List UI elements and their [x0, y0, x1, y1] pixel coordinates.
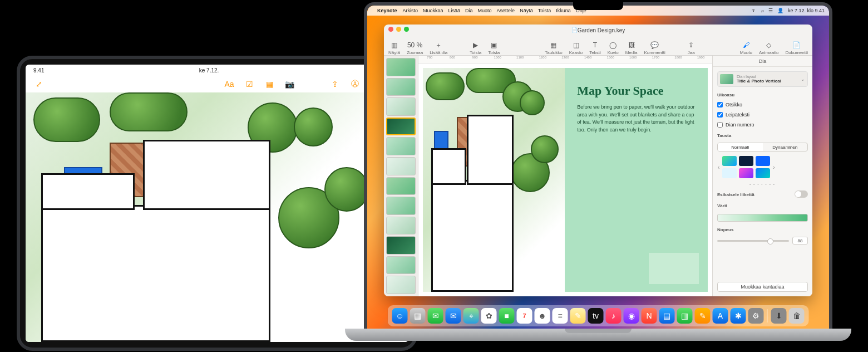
slide-heading[interactable]: Map Your Space	[577, 84, 696, 98]
document-inspector-button[interactable]: 📄Dokumentti	[786, 41, 808, 55]
dock-contacts[interactable]: ☻	[535, 308, 550, 324]
edit-master-button[interactable]: Muokkaa kantadiaa	[717, 282, 808, 292]
media-button[interactable]: 🖼Media	[625, 41, 638, 55]
menu-muokkaa[interactable]: Muokkaa	[423, 8, 443, 13]
menu-dia[interactable]: Dia	[465, 8, 473, 13]
slide-body[interactable]: Before we bring pen to paper, we'll walk…	[577, 104, 696, 134]
play-button[interactable]: ▶Toista	[470, 41, 481, 55]
slide-image-area[interactable]	[423, 68, 565, 292]
slide-thumb[interactable]	[386, 256, 416, 275]
dock-tv[interactable]: tv	[588, 308, 604, 324]
menu-lisää[interactable]: Lisää	[448, 8, 461, 13]
swatch-prev[interactable]: ‹	[717, 164, 720, 170]
dock-podcasts[interactable]: ◉	[624, 308, 639, 324]
preview-motion-toggle[interactable]	[795, 190, 808, 198]
slide-canvas[interactable]: Map Your Space Before we bring pen to pa…	[418, 63, 712, 296]
background-mode-segment[interactable]: Normaali Dynaaminen	[717, 143, 808, 151]
background-swatch[interactable]	[756, 168, 770, 178]
slide-layout-picker[interactable]: Dian layout Title & Photo Vertical ⌄	[717, 71, 808, 87]
text-button[interactable]: TTeksti	[589, 41, 600, 55]
slide-text-area[interactable]: Map Your Space Before we bring pen to pa…	[565, 68, 708, 292]
dock-numbers[interactable]: ▥	[677, 308, 693, 324]
table-button[interactable]: ▦Taulukko	[545, 41, 563, 55]
slide-thumb[interactable]	[386, 197, 416, 215]
control-center-icon[interactable]: ☰	[768, 8, 773, 13]
zoom-button[interactable]: 50 %Zoomaa	[407, 41, 423, 55]
background-swatch[interactable]	[739, 168, 753, 178]
speed-slider[interactable]	[717, 240, 789, 242]
slide-thumb[interactable]	[386, 97, 416, 116]
dock-calendar[interactable]: 7	[517, 308, 532, 324]
chart-button[interactable]: ◫Kaavio	[569, 41, 583, 55]
background-swatch[interactable]	[756, 156, 770, 166]
dock-pages[interactable]: ✎	[695, 308, 711, 324]
swatch-next[interactable]: ›	[772, 164, 775, 170]
spotlight-icon[interactable]: ⌕	[761, 8, 764, 13]
menu-asettele[interactable]: Asettele	[497, 8, 515, 13]
dock-photos[interactable]: ✿	[481, 308, 497, 324]
menu-arkisto[interactable]: Arkisto	[403, 8, 418, 13]
dock-keynote[interactable]: ▤	[659, 308, 675, 324]
slide-thumb[interactable]	[386, 157, 416, 175]
slide-number-checkbox[interactable]: Dian numero	[717, 122, 808, 128]
title-checkbox[interactable]: Otsikko	[717, 102, 808, 107]
view-button[interactable]: ▥Näytä	[388, 41, 400, 55]
text-style-button[interactable]: Aa	[224, 79, 235, 90]
checklist-button[interactable]: ☑	[244, 79, 255, 90]
dock-news[interactable]: N	[642, 308, 657, 324]
slide-thumb[interactable]	[386, 236, 416, 255]
dock-notes[interactable]: ✎	[570, 308, 586, 324]
speed-value[interactable]: 88	[792, 237, 808, 245]
background-swatch[interactable]	[722, 156, 737, 166]
menu-näytä[interactable]: Näytä	[520, 8, 533, 13]
background-swatch[interactable]	[739, 156, 753, 166]
dock-maps[interactable]: ⌖	[463, 308, 479, 324]
slide-thumb[interactable]	[386, 78, 416, 96]
menu-toista[interactable]: Toista	[538, 8, 551, 13]
dock-messages[interactable]: ✉	[428, 308, 443, 324]
slide-navigator[interactable]	[384, 56, 418, 296]
dock-downloads[interactable]: ⬇	[771, 308, 787, 324]
body-checkbox[interactable]: Leipäteksti	[717, 112, 808, 118]
slide-thumb[interactable]	[386, 58, 416, 76]
share-button[interactable]: ⇪	[329, 79, 341, 90]
share-button[interactable]: ⇪Jaa	[688, 41, 695, 55]
rehearse-button[interactable]: ▣Toista	[488, 41, 500, 55]
slide-thumb[interactable]	[386, 118, 416, 136]
colors-gradient[interactable]	[717, 214, 808, 222]
format-inspector-button[interactable]: 🖌Muoto	[740, 41, 752, 55]
slide-thumb[interactable]	[386, 276, 416, 294]
table-button[interactable]: ▦	[264, 79, 275, 90]
user-icon[interactable]: 👤	[777, 8, 783, 13]
slide-thumb[interactable]	[386, 217, 416, 235]
animate-inspector-button[interactable]: ◇Animaatio	[759, 41, 779, 55]
slide-thumb[interactable]	[386, 137, 416, 155]
background-swatch[interactable]	[722, 168, 737, 178]
shape-button[interactable]: ◯Kuvio	[608, 41, 619, 55]
app-menu[interactable]: Keynote	[377, 8, 397, 13]
camera-button[interactable]: 📷	[284, 79, 295, 90]
inspector-tab-slide[interactable]: Dia	[713, 56, 812, 67]
segment-dynamic[interactable]: Dynaaminen	[763, 143, 808, 151]
dock-settings[interactable]: ⚙	[748, 308, 764, 324]
wifi-icon[interactable]: ᯤ	[752, 8, 757, 13]
back-button[interactable]: ⤢	[33, 79, 45, 90]
zoom-button[interactable]	[404, 27, 409, 32]
minimize-button[interactable]	[396, 27, 401, 32]
segment-normal[interactable]: Normaali	[718, 143, 763, 151]
dock-trash[interactable]: 🗑	[789, 308, 805, 324]
comment-button[interactable]: 💬Kommentti	[644, 41, 665, 55]
slide-thumb[interactable]	[386, 177, 416, 195]
window-titlebar[interactable]: 📄 Garden Design.key	[384, 25, 812, 36]
add-slide-button[interactable]: ＋Lisää dia	[430, 41, 447, 55]
dock-reminders[interactable]: ≡	[553, 308, 568, 324]
dock-facetime[interactable]: ■	[499, 308, 515, 324]
dock-launchpad[interactable]: ▦	[410, 308, 426, 324]
menu-muoto[interactable]: Muoto	[478, 8, 492, 13]
dock-appstore[interactable]: A	[713, 308, 728, 324]
dock-finder[interactable]: ☺	[392, 308, 408, 324]
dock-music[interactable]: ♪	[606, 308, 622, 324]
dock-safari[interactable]: ✱	[731, 308, 746, 324]
menu-ikkuna[interactable]: Ikkuna	[556, 8, 571, 13]
close-button[interactable]	[388, 27, 393, 32]
